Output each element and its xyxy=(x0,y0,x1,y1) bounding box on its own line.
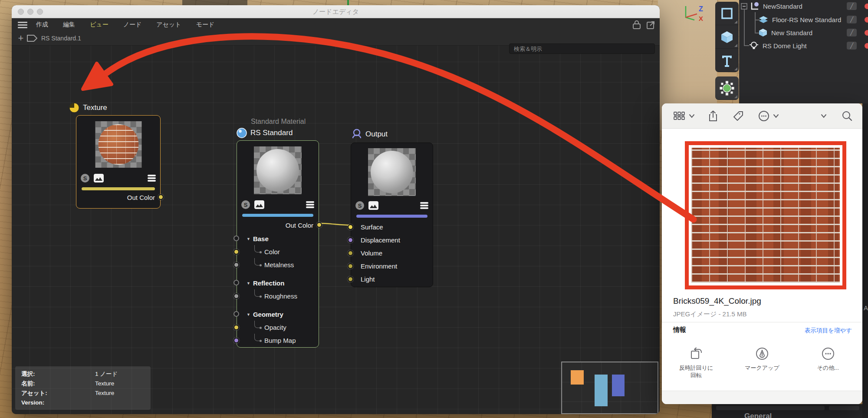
spline-rectangle-tool[interactable] xyxy=(715,2,739,25)
selected-image-highlight[interactable] xyxy=(685,141,846,289)
generator-sphere-tool[interactable] xyxy=(715,76,739,100)
texture-out-color-port[interactable] xyxy=(158,194,164,200)
node-tag-icon[interactable] xyxy=(26,34,38,42)
close-button[interactable] xyxy=(18,9,24,15)
layer-dot[interactable] xyxy=(865,43,868,49)
om-item-label[interactable]: RS Dome Light xyxy=(763,42,807,50)
open-external-icon[interactable] xyxy=(646,20,655,30)
chevron-down-icon[interactable] xyxy=(689,114,695,118)
group-base[interactable]: ▼ Base xyxy=(247,235,269,242)
cube-primitive-tool[interactable] xyxy=(715,25,739,49)
om-item-label[interactable]: NewStandard xyxy=(763,3,802,10)
input-metalness[interactable]: Metalness xyxy=(254,261,294,269)
tag-button[interactable] xyxy=(732,110,744,122)
texture-node-header[interactable]: Texture xyxy=(69,103,107,113)
menu-edit[interactable]: 編集 xyxy=(63,21,75,29)
menu-create[interactable]: 作成 xyxy=(36,21,48,29)
collapse-triangle-icon[interactable]: ▼ xyxy=(247,237,250,241)
input-displacement[interactable]: Displacement xyxy=(361,236,400,244)
input-environment[interactable]: Environment xyxy=(361,262,397,270)
input-roughness[interactable]: Roughness xyxy=(254,292,297,300)
om-row-floor[interactable]: Floor-RS New Standard ╱ xyxy=(739,13,868,26)
breadcrumb[interactable]: RS Standard.1 xyxy=(41,35,81,42)
group-reflection[interactable]: ▼ Reflection xyxy=(247,279,284,287)
light-port[interactable] xyxy=(348,276,353,282)
input-light[interactable]: Light xyxy=(361,275,375,283)
node-menu-icon[interactable] xyxy=(306,201,314,208)
text-tool[interactable] xyxy=(715,49,739,72)
preview-image-badge[interactable] xyxy=(368,201,378,210)
input-color[interactable]: Color xyxy=(254,248,280,255)
layer-dot[interactable] xyxy=(865,3,868,9)
reflection-port[interactable] xyxy=(233,280,239,285)
chevron-down-icon[interactable] xyxy=(773,114,779,118)
base-port[interactable] xyxy=(233,236,239,241)
collapse-triangle-icon[interactable]: ▼ xyxy=(247,281,250,285)
navigator-minimap[interactable] xyxy=(561,362,658,414)
solo-badge[interactable]: S xyxy=(81,174,89,182)
om-row-newstandard[interactable]: NewStandard ╱ xyxy=(739,0,868,12)
node-menu-icon[interactable] xyxy=(148,175,156,182)
zoom-button[interactable] xyxy=(37,9,43,15)
titlebar[interactable]: ノードエディタ xyxy=(12,5,660,18)
more-quick-action-button[interactable]: その他... xyxy=(804,347,852,379)
collapse-box-icon[interactable] xyxy=(741,3,747,10)
om-item-label[interactable]: Floor-RS New Standard xyxy=(772,16,841,23)
minimize-button[interactable] xyxy=(27,9,33,15)
edit-badge-icon[interactable]: ╱ xyxy=(847,2,857,10)
preview-image-badge[interactable] xyxy=(254,200,264,209)
rs-out-color-port[interactable] xyxy=(316,222,322,228)
more-actions-button[interactable] xyxy=(758,110,779,122)
node-menu-icon[interactable] xyxy=(420,202,428,209)
output-node[interactable]: S Surface Displacement Volume Environmen… xyxy=(351,143,433,287)
displacement-port[interactable] xyxy=(348,237,353,243)
metalness-port[interactable] xyxy=(233,262,239,268)
menu-node[interactable]: ノード xyxy=(123,21,142,29)
solo-badge[interactable]: S xyxy=(241,200,250,209)
layer-dot[interactable] xyxy=(865,30,868,36)
markup-button[interactable]: マークアップ xyxy=(738,347,786,379)
texture-node[interactable]: S Out Color xyxy=(76,115,161,209)
hamburger-menu-icon[interactable] xyxy=(18,22,27,28)
show-more-link[interactable]: 表示項目を増やす xyxy=(805,327,852,335)
solo-badge[interactable]: S xyxy=(355,201,364,210)
input-opacity[interactable]: Opacity xyxy=(254,324,286,331)
search-icon[interactable] xyxy=(842,110,853,122)
search-input[interactable] xyxy=(509,43,655,54)
proxy-chevron-icon[interactable] xyxy=(821,114,827,118)
collapse-triangle-icon[interactable]: ▼ xyxy=(247,312,250,317)
om-item-label[interactable]: New Standard xyxy=(771,29,812,36)
node-graph-canvas[interactable]: Texture S Out Color Standard Material RS… xyxy=(12,46,660,414)
add-node-icon[interactable]: + xyxy=(15,34,26,43)
edit-badge-icon[interactable]: ╱ xyxy=(847,29,857,36)
bump-map-port[interactable] xyxy=(233,338,239,343)
om-row-newstandard-cube[interactable]: New Standard ╱ xyxy=(739,27,868,39)
menu-mode[interactable]: モード xyxy=(196,21,215,29)
om-row-dome-light[interactable]: RS Dome Light ╱ xyxy=(739,40,868,52)
edit-badge-icon[interactable]: ╱ xyxy=(847,42,857,50)
input-volume[interactable]: Volume xyxy=(361,249,382,257)
volume-port[interactable] xyxy=(348,250,353,256)
rotate-ccw-button[interactable]: 反時計回りに回転 xyxy=(672,347,720,379)
rs-standard-node[interactable]: S Out Color ▼ Base Color Metalness ▼ Ref… xyxy=(237,140,319,348)
grid-view-button[interactable] xyxy=(673,111,695,121)
opacity-port[interactable] xyxy=(233,325,239,330)
menu-view[interactable]: ビュー xyxy=(90,21,108,29)
brick-texture-image[interactable] xyxy=(691,148,840,283)
output-node-header[interactable]: Output xyxy=(352,129,388,140)
edit-badge-icon[interactable]: ╱ xyxy=(847,16,857,23)
share-button[interactable] xyxy=(708,110,718,122)
color-port[interactable] xyxy=(233,249,239,255)
rs-node-header[interactable]: RS Standard xyxy=(237,128,293,138)
geometry-port[interactable] xyxy=(233,311,239,317)
roughness-port[interactable] xyxy=(233,293,239,299)
preview-image-badge[interactable] xyxy=(94,174,104,182)
environment-port[interactable] xyxy=(348,263,353,269)
surface-port[interactable] xyxy=(348,224,353,230)
lock-icon[interactable] xyxy=(632,20,641,30)
menu-asset[interactable]: アセット xyxy=(156,21,181,29)
group-geometry[interactable]: ▼ Geometry xyxy=(247,311,283,318)
input-surface[interactable]: Surface xyxy=(361,223,383,231)
input-bump-map[interactable]: Bump Map xyxy=(254,337,296,344)
layer-dot[interactable] xyxy=(865,17,868,23)
